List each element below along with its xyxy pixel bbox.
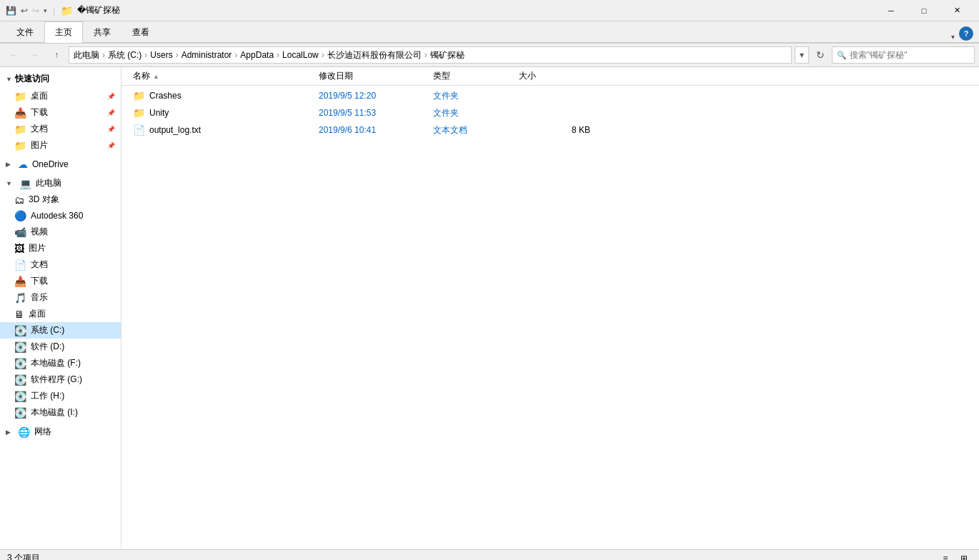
forward-button[interactable]: → xyxy=(26,46,44,64)
g-drive-icon: 💽 xyxy=(14,374,26,386)
docs-folder-icon: 📁 xyxy=(14,124,26,135)
quick-access-section: ▼ 快速访问 📁 桌面 📌 📥 下载 📌 📁 文档 📌 📁 图片 xyxy=(0,70,121,154)
h-label: 工作 (H:) xyxy=(31,390,64,402)
documents-icon: 📄 xyxy=(14,259,26,271)
this-pc-section: ▼ 💻 此电脑 🗂 3D 对象 🔵 Autodesk 360 📹 视频 🖼 图片 xyxy=(0,175,121,421)
breadcrumb-item-users[interactable]: Users xyxy=(150,50,172,60)
music-icon: 🎵 xyxy=(14,292,26,304)
address-path[interactable]: 此电脑 › 系统 (C:) › Users › Administrator › … xyxy=(69,46,792,64)
sidebar-item-desktop[interactable]: 📁 桌面 📌 xyxy=(0,88,121,104)
sidebar-item-documents[interactable]: 📄 文档 xyxy=(0,256,121,273)
pics-label: 图片 xyxy=(29,242,46,254)
this-pc-label: 此电脑 xyxy=(36,177,61,189)
desktop-pin-icon: 📌 xyxy=(107,93,115,100)
sidebar-item-docs[interactable]: 📁 文档 📌 xyxy=(0,121,121,137)
view-large-icons-btn[interactable]: ⊞ xyxy=(956,551,972,561)
ribbon-tabs: 文件 主页 共享 查看 ▾ ? xyxy=(0,21,979,43)
onedrive-label: OneDrive xyxy=(32,159,69,169)
sidebar-item-i[interactable]: 💽 本地磁盘 (I:) xyxy=(0,404,121,421)
pics-icon: 🖼 xyxy=(14,243,24,254)
sidebar-item-music[interactable]: 🎵 音乐 xyxy=(0,289,121,306)
table-row[interactable]: 📁 Crashes 2019/9/5 12:20 文件夹 xyxy=(121,87,979,104)
crashes-type: 文件夹 xyxy=(433,90,519,102)
col-modified-label: 修改日期 xyxy=(319,71,353,81)
sidebar-item-downloads[interactable]: 📥 下载 📌 xyxy=(0,104,121,121)
sidebar-item-pics[interactable]: 🖼 图片 xyxy=(0,240,121,256)
log-file-icon: 📄 xyxy=(133,124,145,136)
breadcrumb-item-admin[interactable]: Administrator xyxy=(182,50,232,60)
sidebar-item-f[interactable]: 💽 本地磁盘 (F:) xyxy=(0,355,121,371)
qat-undo-icon[interactable]: ↩ xyxy=(21,6,28,16)
help-icon[interactable]: ? xyxy=(959,26,973,41)
f-label: 本地磁盘 (F:) xyxy=(31,357,81,369)
search-input[interactable] xyxy=(850,50,970,60)
view-details-btn[interactable]: ≡ xyxy=(938,551,953,561)
sidebar-item-pictures[interactable]: 📁 图片 📌 xyxy=(0,137,121,154)
sidebar-item-h[interactable]: 💽 工作 (H:) xyxy=(0,388,121,404)
tab-view[interactable]: 查看 xyxy=(121,21,160,43)
tab-file[interactable]: 文件 xyxy=(6,21,44,43)
log-size: 8 KB xyxy=(519,125,590,135)
unity-type: 文件夹 xyxy=(433,107,519,119)
col-name-header[interactable]: 名称 ▲ xyxy=(133,70,319,82)
sidebar-item-dt[interactable]: 🖥 桌面 xyxy=(0,306,121,322)
network-section: ▶ 🌐 网络 xyxy=(0,424,121,440)
sidebar-item-autodesk[interactable]: 🔵 Autodesk 360 xyxy=(0,208,121,224)
refresh-button[interactable]: ↻ xyxy=(812,46,829,64)
docs-pin-icon: 📌 xyxy=(107,126,115,133)
sidebar-item-onedrive[interactable]: ▶ ☁ OneDrive xyxy=(0,156,121,172)
table-row[interactable]: 📄 output_log.txt 2019/9/6 10:41 文本文档 8 K… xyxy=(121,121,979,139)
3d-icon: 🗂 xyxy=(14,194,24,206)
minimize-button[interactable]: ─ xyxy=(875,0,908,21)
quick-access-header[interactable]: ▼ 快速访问 xyxy=(0,70,121,88)
onedrive-icon: ☁ xyxy=(18,159,28,170)
up-button[interactable]: ↑ xyxy=(47,46,66,64)
sidebar-item-3d[interactable]: 🗂 3D 对象 xyxy=(0,191,121,208)
breadcrumb-item-company[interactable]: 长沙迪迈科股份有限公司 xyxy=(327,49,422,61)
tab-share[interactable]: 共享 xyxy=(83,21,121,43)
qat-save-icon[interactable]: 💾 xyxy=(6,6,16,16)
sidebar-item-network[interactable]: ▶ 🌐 网络 xyxy=(0,424,121,440)
sidebar-item-docs-label: 文档 xyxy=(31,123,48,135)
maximize-button[interactable]: □ xyxy=(908,0,940,21)
desktop-folder-icon: 📁 xyxy=(14,91,26,102)
breadcrumb-item-game[interactable]: 镯矿探秘 xyxy=(430,49,464,61)
sidebar-item-c[interactable]: 💽 系统 (C:) xyxy=(0,322,121,339)
col-size-label: 大小 xyxy=(519,71,536,81)
main-layout: ▼ 快速访问 📁 桌面 📌 📥 下载 📌 📁 文档 📌 📁 图片 xyxy=(0,67,979,549)
video-icon: 📹 xyxy=(14,226,26,238)
ribbon-collapse-btn[interactable]: ▾ xyxy=(947,33,959,41)
sidebar-item-dl[interactable]: 📥 下载 xyxy=(0,273,121,289)
col-size-header[interactable]: 大小 xyxy=(519,70,590,82)
sidebar-item-video[interactable]: 📹 视频 xyxy=(0,224,121,240)
close-button[interactable]: ✕ xyxy=(940,0,973,21)
file-name-unity: 📁 Unity xyxy=(133,107,319,119)
g-label: 软件程序 (G:) xyxy=(31,374,82,386)
quick-access-arrow: ▼ xyxy=(6,76,12,83)
downloads-folder-icon: 📥 xyxy=(14,107,26,119)
network-icon: 🌐 xyxy=(18,426,30,438)
qat-dropdown-icon[interactable]: ▾ xyxy=(44,7,47,14)
address-dropdown-btn[interactable]: ▾ xyxy=(795,46,809,64)
back-button[interactable]: ← xyxy=(4,46,23,64)
3d-label: 3D 对象 xyxy=(29,194,59,206)
tab-home[interactable]: 主页 xyxy=(44,21,83,43)
breadcrumb-item-appdata[interactable]: AppData xyxy=(240,50,274,60)
search-box[interactable]: 🔍 xyxy=(832,46,975,64)
sidebar-item-this-pc[interactable]: ▼ 💻 此电脑 xyxy=(0,175,121,191)
breadcrumb-item-pc[interactable]: 此电脑 xyxy=(74,49,99,61)
breadcrumb-item-locallow[interactable]: LocalLow xyxy=(282,50,319,60)
table-row[interactable]: 📁 Unity 2019/9/5 11:53 文件夹 xyxy=(121,104,979,121)
col-type-header[interactable]: 类型 xyxy=(433,70,519,82)
unity-folder-icon: 📁 xyxy=(133,107,145,119)
title-bar: 💾 ↩ ↪ ▾ | 📁 �镯矿探秘 ─ □ ✕ xyxy=(0,0,979,21)
sidebar-item-pictures-label: 图片 xyxy=(31,139,48,151)
col-modified-header[interactable]: 修改日期 xyxy=(319,70,433,82)
sidebar-item-d[interactable]: 💽 软件 (D:) xyxy=(0,339,121,355)
address-bar: ← → ↑ 此电脑 › 系统 (C:) › Users › Administra… xyxy=(0,44,979,67)
qat-redo-icon[interactable]: ↪ xyxy=(32,6,39,16)
title-separator: | xyxy=(53,6,55,16)
breadcrumb-item-c[interactable]: 系统 (C:) xyxy=(108,49,141,61)
c-label: 系统 (C:) xyxy=(31,324,64,336)
sidebar-item-g[interactable]: 💽 软件程序 (G:) xyxy=(0,371,121,388)
